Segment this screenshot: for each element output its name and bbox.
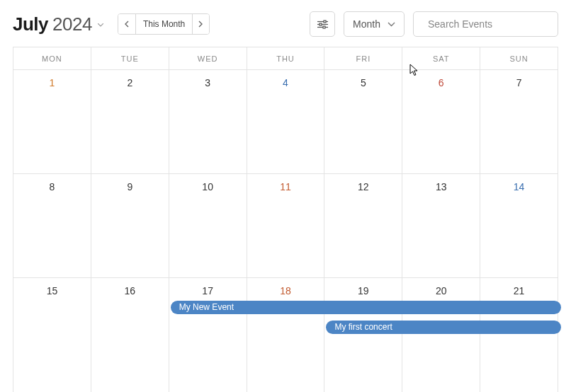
- day-number: 17: [202, 285, 213, 296]
- day-cell[interactable]: 11: [247, 174, 325, 278]
- day-cell[interactable]: 3: [169, 70, 247, 174]
- this-month-button[interactable]: This Month: [135, 14, 192, 34]
- day-cell[interactable]: 10: [169, 174, 247, 278]
- day-number: 13: [436, 181, 447, 192]
- day-number: 2: [127, 77, 132, 88]
- chevron-down-icon: [388, 22, 395, 27]
- day-number: 6: [439, 77, 444, 88]
- svg-rect-3: [320, 23, 322, 25]
- day-number: 12: [358, 181, 369, 192]
- calendar-header: July 2024 This Month Month: [0, 0, 571, 47]
- day-cell[interactable]: 16: [91, 278, 169, 392]
- title-year: 2024: [52, 13, 92, 35]
- day-number: 19: [358, 285, 369, 296]
- month-nav-group: This Month: [118, 13, 210, 35]
- day-number: 16: [124, 285, 135, 296]
- day-cell[interactable]: 17: [169, 278, 247, 392]
- view-switcher-label: Month: [353, 18, 380, 30]
- view-switcher[interactable]: Month: [344, 11, 405, 37]
- day-cell[interactable]: 21: [480, 278, 558, 392]
- day-cell[interactable]: 2: [91, 70, 169, 174]
- chevron-right-icon: [198, 21, 203, 28]
- day-number: 4: [283, 77, 288, 88]
- weekday-header-row: MONTUEWEDTHUFRISATSUN: [13, 47, 558, 70]
- day-cell[interactable]: 6: [402, 70, 480, 174]
- day-number: 7: [516, 77, 522, 88]
- event-bar[interactable]: My first concert: [326, 321, 561, 334]
- day-cell[interactable]: 9: [91, 174, 169, 278]
- week-row: 15161718192021My New EventMy first conce…: [13, 278, 558, 392]
- day-cell[interactable]: 7: [480, 70, 558, 174]
- next-month-button[interactable]: [192, 14, 209, 34]
- day-number: 11: [280, 181, 291, 192]
- weekday-header: SAT: [402, 47, 480, 70]
- day-cell[interactable]: 12: [324, 174, 402, 278]
- day-number: 18: [280, 285, 291, 296]
- sliders-icon: [317, 20, 328, 29]
- day-number: 20: [436, 285, 447, 296]
- day-number: 5: [361, 77, 366, 88]
- weekday-header: FRI: [324, 47, 402, 70]
- month-year-picker[interactable]: July 2024: [13, 13, 103, 35]
- day-cell[interactable]: 4: [247, 70, 325, 174]
- search-field[interactable]: [413, 11, 558, 37]
- weekday-header: MON: [13, 47, 91, 70]
- day-cell[interactable]: 15: [13, 278, 91, 392]
- day-cell[interactable]: 8: [13, 174, 91, 278]
- day-number: 10: [202, 181, 213, 192]
- day-number: 1: [50, 77, 55, 88]
- chevron-left-icon: [124, 21, 129, 28]
- prev-month-button[interactable]: [118, 14, 135, 34]
- day-cell[interactable]: 1: [13, 70, 91, 174]
- week-row: 1234567: [13, 70, 558, 174]
- weekday-header: WED: [169, 47, 247, 70]
- day-number: 8: [50, 181, 55, 192]
- day-number: 9: [127, 181, 132, 192]
- calendar-grid: MONTUEWEDTHUFRISATSUN 123456789101112131…: [13, 47, 558, 392]
- svg-rect-5: [323, 26, 325, 28]
- weekday-header: THU: [247, 47, 325, 70]
- weekday-header: TUE: [91, 47, 169, 70]
- day-number: 21: [514, 285, 525, 296]
- chevron-down-icon: [98, 21, 103, 28]
- day-number: 14: [514, 181, 525, 192]
- weekday-header: SUN: [480, 47, 558, 70]
- day-cell[interactable]: 18: [247, 278, 325, 392]
- day-cell[interactable]: 13: [402, 174, 480, 278]
- day-cell[interactable]: 14: [480, 174, 558, 278]
- day-number: 3: [205, 77, 210, 88]
- filter-button[interactable]: [310, 11, 335, 37]
- week-row: 891011121314: [13, 174, 558, 278]
- search-input[interactable]: [426, 18, 553, 30]
- event-bar[interactable]: My New Event: [171, 301, 561, 314]
- day-cell[interactable]: 5: [324, 70, 402, 174]
- svg-rect-1: [324, 21, 326, 23]
- day-cell[interactable]: 20: [402, 278, 480, 392]
- day-cell[interactable]: 19: [324, 278, 402, 392]
- day-number: 15: [47, 285, 58, 296]
- title-month: July: [13, 13, 48, 35]
